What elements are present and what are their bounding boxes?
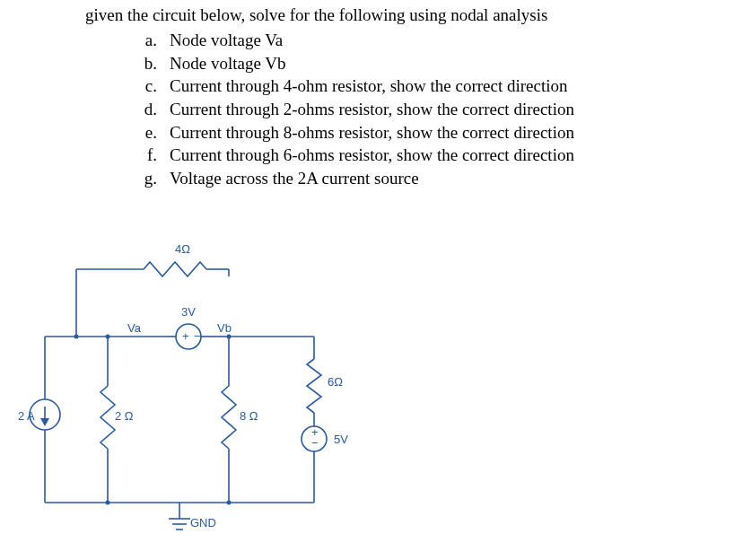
label-va: Va <box>127 321 142 335</box>
label-gnd: GND <box>190 516 216 529</box>
item-text: Node voltage Vb <box>170 52 285 75</box>
label-r8: 8 Ω <box>240 409 258 423</box>
list-item: e. Current through 8-ohms resistor, show… <box>139 121 574 144</box>
label-2a: 2 A <box>18 409 35 423</box>
item-label: g. <box>139 167 157 190</box>
circuit-svg: + − + − <box>18 251 413 556</box>
label-5v: 5V <box>334 433 348 446</box>
minus-icon: − <box>311 436 319 450</box>
list-item: d. Current through 2-ohms resistor, show… <box>139 98 574 121</box>
label-r4: 4Ω <box>175 242 190 256</box>
list-item: b. Node voltage Vb <box>139 52 574 75</box>
problem-subitems: a. Node voltage Va b. Node voltage Vb c.… <box>139 29 574 189</box>
label-3v: 3V <box>181 305 196 319</box>
list-item: c. Current through 4-ohm resistor, show … <box>139 74 574 98</box>
resistor-icon <box>222 386 236 449</box>
node-dot <box>106 501 110 505</box>
item-text: Current through 4-ohm resistor, show the… <box>170 74 568 98</box>
item-label: c. <box>139 74 157 98</box>
resistor-icon <box>307 359 321 413</box>
item-text: Current through 8-ohms resistor, show th… <box>170 121 574 144</box>
resistor-icon <box>101 386 115 449</box>
resistor-icon <box>144 262 206 276</box>
label-vb: Vb <box>217 321 232 335</box>
item-label: e. <box>139 121 157 144</box>
item-label: d. <box>139 98 157 121</box>
label-r2: 2 Ω <box>115 409 134 423</box>
node-dot <box>74 335 79 339</box>
minus-icon: − <box>194 329 201 343</box>
item-label: f. <box>139 144 157 167</box>
list-item: f. Current through 6-ohms resistor, show… <box>139 144 574 167</box>
item-label: b. <box>139 52 157 75</box>
plus-icon: + <box>182 329 189 343</box>
circuit-diagram: + − + − <box>18 251 413 547</box>
arrow-down-icon <box>40 418 49 426</box>
label-r6: 6Ω <box>328 375 343 389</box>
list-item: g. Voltage across the 2A current source <box>139 167 574 190</box>
item-text: Current through 2-ohms resistor, show th… <box>170 98 574 121</box>
node-dot <box>227 501 232 505</box>
list-item: a. Node voltage Va <box>139 29 574 52</box>
node-dot <box>106 335 110 339</box>
node-dot <box>227 335 232 339</box>
item-text: Node voltage Va <box>170 29 283 52</box>
problem-stem: given the circuit below, solve for the f… <box>85 5 547 25</box>
item-text: Current through 6-ohms resistor, show th… <box>170 144 574 167</box>
item-text: Voltage across the 2A current source <box>170 167 419 190</box>
item-label: a. <box>139 29 157 52</box>
